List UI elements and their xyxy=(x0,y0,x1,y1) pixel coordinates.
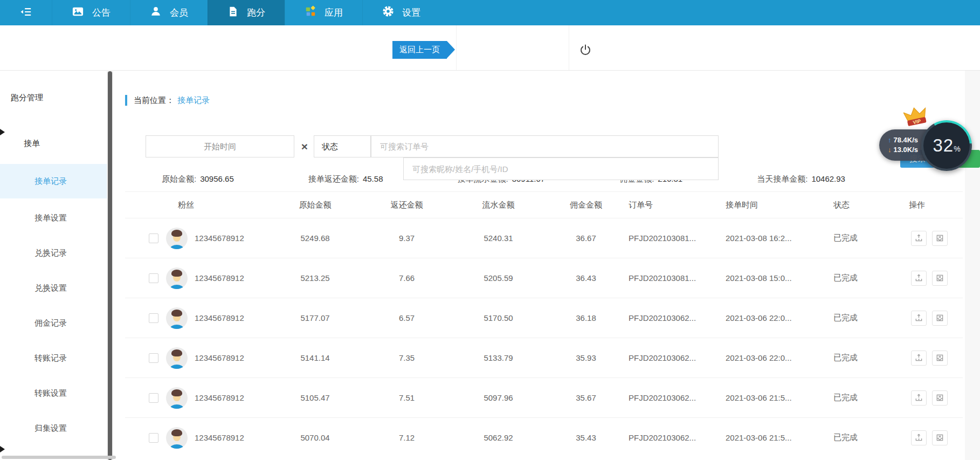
sidebar-collapse-button[interactable] xyxy=(0,0,52,25)
header-fan: 粉丝 xyxy=(157,192,268,218)
back-button[interactable]: 返回上一页 xyxy=(392,41,447,59)
header-flow: 流水金额 xyxy=(451,192,546,218)
order-number: PFJD202103062... xyxy=(626,338,723,378)
action-cancel-order-button[interactable] xyxy=(932,430,948,445)
header-refund: 返还金额 xyxy=(362,192,451,218)
order-time: 2021-03-08 15:0... xyxy=(723,258,831,298)
status-select[interactable]: 状态 xyxy=(314,135,371,157)
sidebar-scrollbar-track[interactable] xyxy=(107,71,113,460)
order-time: 2021-03-06 21:5... xyxy=(723,378,831,418)
stat-today-total: 当天接单金额:10462.93 xyxy=(757,174,845,184)
action-export-order-button[interactable] xyxy=(911,430,927,445)
avatar xyxy=(166,228,188,249)
collapse-icon xyxy=(20,6,32,20)
status-text: 已完成 xyxy=(831,418,907,458)
up-arrow-icon: ↑ xyxy=(888,136,892,144)
status-text: 已完成 xyxy=(831,378,907,418)
sidebar-item-jiedan-jilu[interactable]: 接单记录 xyxy=(0,164,107,198)
order-number: PFJD202103062... xyxy=(626,378,723,418)
header-commission: 佣金金额 xyxy=(546,192,626,218)
back-button-label: 返回上一页 xyxy=(399,45,440,55)
fan-phone: 12345678912 xyxy=(195,433,244,442)
sidebar-scrollbar-thumb[interactable] xyxy=(108,71,112,460)
order-time: 2021-03-06 22:0... xyxy=(723,338,831,378)
table-row: 12345678912 5249.68 9.37 5240.31 36.67 P… xyxy=(125,218,963,258)
percent-sign: % xyxy=(954,145,960,153)
flow-amount: 5097.96 xyxy=(451,378,546,418)
sidebar-item-duihuan-shezhi[interactable]: 兑换设置 xyxy=(0,276,107,300)
action-cancel-order-button[interactable] xyxy=(932,231,948,246)
nav-item-label: 会员 xyxy=(170,6,188,19)
header-actions: 操作 xyxy=(907,192,963,218)
vip-crown-icon: VIP xyxy=(903,106,928,128)
breadcrumb-current-link[interactable]: 接单记录 xyxy=(177,95,210,106)
breadcrumb: 当前位置： 接单记录 xyxy=(125,95,210,106)
flow-amount: 5133.79 xyxy=(451,338,546,378)
header-checkbox-col xyxy=(125,192,157,218)
table-header-row: 粉丝 原始金额 返还金额 流水金额 佣金金额 订单号 接单时间 状态 操作 xyxy=(125,192,963,218)
order-number: PFJD202103062... xyxy=(626,418,723,458)
down-arrow-icon: ↓ xyxy=(888,146,892,154)
action-export-order-button[interactable] xyxy=(911,390,927,406)
action-export-order-button[interactable] xyxy=(911,231,927,246)
horizontal-scrollbar-thumb[interactable] xyxy=(2,456,116,459)
sidebar-group-jiedan[interactable]: 接单 xyxy=(24,139,40,149)
original-amount: 5213.25 xyxy=(268,258,362,298)
sidebar-item-zhuanzhang-shezhi[interactable]: 转账设置 xyxy=(0,381,107,405)
nav-item-settings[interactable]: 设置 xyxy=(362,0,440,25)
status-text: 已完成 xyxy=(831,338,907,378)
action-cancel-order-button[interactable] xyxy=(932,351,948,366)
user-search-input[interactable] xyxy=(403,157,719,180)
action-export-order-button[interactable] xyxy=(911,271,927,286)
sidebar-item-duihuan-jilu[interactable]: 兑换记录 xyxy=(0,241,107,265)
order-time: 2021-03-06 22:0... xyxy=(723,298,831,338)
avatar xyxy=(166,307,188,329)
edge-marker-icon xyxy=(0,446,5,452)
apps-grid-icon xyxy=(305,5,316,20)
memory-percent-overlay[interactable]: 32 % xyxy=(921,120,972,171)
nav-item-label: 设置 xyxy=(402,6,420,19)
sidebar-item-yongjin-jilu[interactable]: 佣金记录 xyxy=(0,311,107,335)
refund-amount: 9.37 xyxy=(362,218,451,258)
commission-amount: 36.67 xyxy=(546,218,626,258)
action-cancel-order-button[interactable] xyxy=(932,271,948,286)
stat-original-total: 原始金额:30956.65 xyxy=(162,174,234,184)
order-number: PFJD202103081... xyxy=(626,258,723,298)
flow-amount: 5170.50 xyxy=(451,298,546,338)
commission-amount: 35.67 xyxy=(546,378,626,418)
clear-date-button[interactable]: × xyxy=(295,135,314,157)
original-amount: 5141.14 xyxy=(268,338,362,378)
logout-power-button[interactable] xyxy=(578,43,593,58)
flow-amount: 5205.59 xyxy=(451,258,546,298)
nav-item-announcement[interactable]: 公告 xyxy=(52,0,130,25)
nav-item-paofen[interactable]: 跑分 xyxy=(208,0,285,25)
action-cancel-order-button[interactable] xyxy=(932,390,948,406)
status-text: 已完成 xyxy=(831,298,907,338)
percent-circle: 32 % xyxy=(923,122,970,169)
avatar xyxy=(166,267,188,289)
toolbar-divider xyxy=(456,25,457,70)
sidebar-item-jiedan-shezhi[interactable]: 接单设置 xyxy=(0,206,107,230)
nav-item-apps[interactable]: 应用 xyxy=(285,0,362,25)
vip-label: VIP xyxy=(913,118,922,125)
fan-phone: 12345678912 xyxy=(195,393,244,402)
sidebar-item-zhuanzhang-jilu[interactable]: 转账记录 xyxy=(0,346,107,370)
nav-item-member[interactable]: 会员 xyxy=(130,0,208,25)
start-time-input[interactable] xyxy=(146,135,294,157)
action-export-order-button[interactable] xyxy=(911,351,927,366)
action-export-order-button[interactable] xyxy=(911,311,927,326)
header-order-no: 订单号 xyxy=(626,192,723,218)
fan-phone: 12345678912 xyxy=(195,313,244,322)
fan-phone: 12345678912 xyxy=(195,353,244,362)
right-gutter xyxy=(965,71,980,460)
action-cancel-order-button[interactable] xyxy=(932,311,948,326)
sidebar-item-guiji-shezhi[interactable]: 归集设置 xyxy=(0,416,107,440)
table-row: 12345678912 5141.14 7.35 5133.79 35.93 P… xyxy=(125,338,963,378)
order-search-input[interactable] xyxy=(371,135,719,157)
order-time: 2021-03-08 16:2... xyxy=(723,218,831,258)
refund-amount: 7.51 xyxy=(362,378,451,418)
avatar xyxy=(166,347,188,369)
commission-amount: 36.43 xyxy=(546,258,626,298)
commission-amount: 35.93 xyxy=(546,338,626,378)
header-time: 接单时间 xyxy=(723,192,831,218)
